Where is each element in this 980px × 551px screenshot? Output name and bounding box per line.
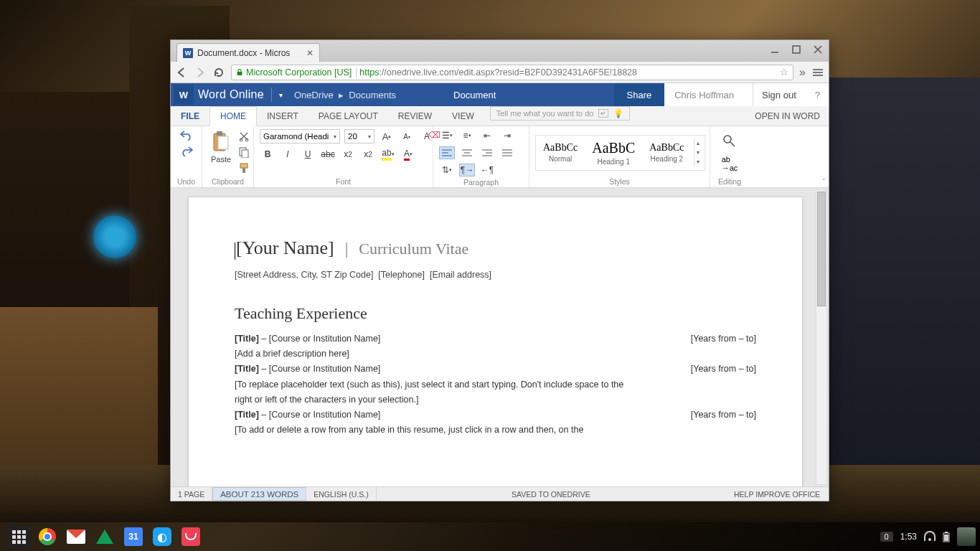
forward-button[interactable] <box>194 66 207 79</box>
numbering-button[interactable]: ≡▾ <box>459 129 475 142</box>
page[interactable]: [Your Name] | Curriculum Vitae [Street A… <box>188 197 803 486</box>
circle-app-icon[interactable]: ◐ <box>151 525 174 548</box>
tab-view[interactable]: VIEW <box>442 106 484 126</box>
tab-page-layout[interactable]: PAGE LAYOUT <box>308 106 388 126</box>
align-left-button[interactable] <box>439 146 455 159</box>
style-normal[interactable]: AaBbCc Normal <box>539 141 582 164</box>
replace-button[interactable]: ab→ac <box>722 155 738 172</box>
bold-button[interactable]: B <box>260 148 275 161</box>
ev-cert-chip[interactable]: Microsoft Corporation [US] <box>236 67 357 77</box>
chrome-menu-button[interactable] <box>811 66 824 79</box>
collapse-ribbon-icon[interactable]: ˄ <box>822 178 826 185</box>
tab-close-icon[interactable]: ✕ <box>306 48 314 58</box>
cv-section-heading[interactable]: Teaching Experience <box>235 304 756 323</box>
superscript-button[interactable]: x2 <box>360 148 376 161</box>
back-button[interactable] <box>175 66 188 79</box>
font-color-button[interactable]: A▾ <box>400 148 416 161</box>
close-window-button[interactable] <box>811 43 824 56</box>
maximize-button[interactable] <box>790 43 803 56</box>
share-button[interactable]: Share <box>614 83 665 106</box>
browser-tab[interactable]: W Document.docx - Micros ✕ <box>176 43 320 62</box>
align-center-button[interactable] <box>459 146 475 159</box>
cv-name[interactable]: [Your Name] <box>236 237 334 258</box>
highlight-button[interactable]: ab▾ <box>380 148 396 161</box>
chrome-app-icon[interactable] <box>36 525 59 548</box>
font-size-select[interactable]: 20▾ <box>344 129 374 143</box>
italic-button[interactable]: I <box>280 148 296 161</box>
address-bar[interactable]: Microsoft Corporation [US] https://onedr… <box>231 65 793 80</box>
copy-button[interactable] <box>238 146 250 158</box>
app-launcher-button[interactable] <box>7 525 30 548</box>
document-name[interactable]: Document <box>453 90 496 100</box>
drive-app-icon[interactable] <box>93 525 116 548</box>
tell-me-input[interactable]: Tell me what you want to do ↵ 💡 <box>490 106 630 121</box>
gmail-app-icon[interactable] <box>65 525 88 548</box>
clock[interactable]: 1:53 <box>900 532 917 542</box>
battery-icon[interactable] <box>943 531 950 542</box>
status-page-count[interactable]: 1 PAGE <box>171 487 212 501</box>
shrink-font-button[interactable]: A▾ <box>399 130 415 143</box>
cv-subtitle[interactable]: Curriculum Vitae <box>359 240 468 258</box>
cut-button[interactable] <box>238 131 250 142</box>
system-tray[interactable]: 0 1:53 <box>880 527 976 546</box>
rtl-button[interactable]: ←¶ <box>479 164 495 176</box>
cv-entry[interactable]: [Title] – [Course or Institution Name] [… <box>235 331 756 347</box>
breadcrumb-onedrive[interactable]: OneDrive <box>294 90 334 100</box>
notification-count[interactable]: 0 <box>880 532 893 542</box>
undo-button[interactable] <box>179 129 194 141</box>
status-language[interactable]: ENGLISH (U.S.) <box>306 487 376 501</box>
cv-entry-desc[interactable]: [To replace placeholder text (such as th… <box>235 377 636 408</box>
cv-entry[interactable]: [Title] – [Course or Institution Name] [… <box>235 408 756 423</box>
cv-entry-desc[interactable]: [Add a brief description here] <box>235 347 636 362</box>
style-heading1[interactable]: AaBbC Heading 1 <box>588 138 639 167</box>
tab-review[interactable]: REVIEW <box>388 106 442 126</box>
pocket-app-icon[interactable] <box>179 525 202 548</box>
decrease-indent-button[interactable]: ⇤ <box>479 129 495 142</box>
ltr-button[interactable]: ¶→ <box>459 164 475 176</box>
line-spacing-button[interactable]: ⇅▾ <box>439 164 455 176</box>
scrollbar-thumb[interactable] <box>817 192 826 306</box>
styles-more-button[interactable]: ▴▾▾ <box>694 138 702 166</box>
bullets-button[interactable]: ☰▾ <box>439 129 455 142</box>
tab-home[interactable]: HOME <box>209 106 257 126</box>
increase-indent-button[interactable]: ⇥ <box>499 129 515 142</box>
style-heading2[interactable]: AaBbCc Heading 2 <box>645 141 688 164</box>
open-in-word-button[interactable]: OPEN IN WORD <box>746 106 829 126</box>
status-word-count[interactable]: ABOUT 213 WORDS <box>212 487 306 501</box>
reload-button[interactable] <box>212 66 225 79</box>
strikethrough-button[interactable]: abc <box>320 148 336 161</box>
document-canvas[interactable]: [Your Name] | Curriculum Vitae [Street A… <box>171 188 829 486</box>
clear-formatting-button[interactable]: A⌫ <box>419 130 435 143</box>
font-name-select[interactable]: Garamond (Headi▾ <box>260 129 340 143</box>
calendar-app-icon[interactable]: 31 <box>122 525 145 548</box>
minimize-button[interactable] <box>768 43 781 56</box>
grow-font-button[interactable]: A▴ <box>379 130 395 143</box>
wifi-icon[interactable] <box>924 532 936 541</box>
bookmark-star-icon[interactable]: ☆ <box>780 67 788 77</box>
svg-point-26 <box>724 136 731 143</box>
paste-button[interactable]: Paste <box>208 129 234 165</box>
find-button[interactable] <box>722 133 738 149</box>
user-name[interactable]: Chris Hoffman <box>664 83 744 106</box>
sign-out-link[interactable]: Sign out <box>753 83 806 106</box>
vertical-scrollbar[interactable] <box>816 189 827 485</box>
justify-button[interactable] <box>499 146 515 159</box>
help-button[interactable]: ? <box>806 83 829 106</box>
extensions-overflow-icon[interactable]: » <box>799 66 806 79</box>
styles-gallery[interactable]: AaBbCc Normal AaBbC Heading 1 AaBbCc Hea… <box>535 135 705 171</box>
align-right-button[interactable] <box>479 146 495 159</box>
underline-button[interactable]: U <box>300 148 316 161</box>
cv-contact-line[interactable]: [Street Address, City, ST Zip Code] [Tel… <box>235 270 756 280</box>
format-painter-button[interactable] <box>238 162 250 174</box>
redo-button[interactable] <box>179 145 194 156</box>
tab-file[interactable]: FILE <box>171 106 209 126</box>
subscript-button[interactable]: x2 <box>340 148 356 161</box>
user-avatar[interactable] <box>957 527 976 546</box>
cv-entry-desc[interactable]: [To add or delete a row from any table i… <box>235 423 636 438</box>
header-chevron-icon[interactable]: ▾ <box>279 91 283 99</box>
word-logo-icon[interactable]: W <box>174 85 194 105</box>
breadcrumb-documents[interactable]: Documents <box>349 90 396 100</box>
cv-entry[interactable]: [Title] – [Course or Institution Name] [… <box>235 362 756 377</box>
tab-insert[interactable]: INSERT <box>257 106 308 126</box>
status-feedback-link[interactable]: HELP IMPROVE OFFICE <box>725 490 829 499</box>
